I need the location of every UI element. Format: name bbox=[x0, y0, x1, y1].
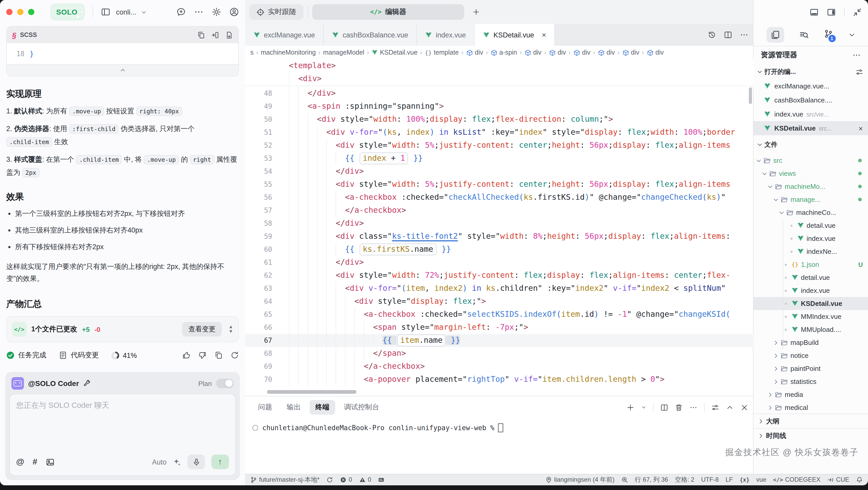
search-icon[interactable] bbox=[799, 30, 808, 39]
code-line-67[interactable]: 67{{ item.name }} bbox=[245, 334, 753, 347]
breadcrumb-item[interactable]: div bbox=[573, 49, 590, 56]
sparkle-icon[interactable] bbox=[173, 458, 181, 466]
tree-item-medical[interactable]: medical bbox=[753, 401, 868, 414]
tree-item-notice[interactable]: notice bbox=[753, 349, 868, 362]
breadcrumb-item[interactable]: manageModel bbox=[323, 49, 364, 56]
copy-code-icon[interactable] bbox=[197, 31, 205, 39]
tree-item-index.vue[interactable]: index.vue bbox=[753, 284, 868, 297]
tree-item-index.vue[interactable]: index.vue bbox=[753, 232, 868, 245]
status-item[interactable]: {x} bbox=[740, 477, 750, 483]
breadcrumb-item[interactable]: KSDetail.vue bbox=[372, 49, 417, 56]
model-auto-label[interactable]: Auto bbox=[152, 458, 166, 466]
tree-item-indexNe...[interactable]: indexNe... bbox=[753, 245, 868, 258]
code-line-63[interactable]: 63<div v-for="(item, index2) in ks.child… bbox=[245, 282, 753, 295]
code-line[interactable]: <template> bbox=[245, 59, 753, 72]
code-line-49[interactable]: 49<a-spin :spinning="spanning"> bbox=[245, 100, 753, 113]
code-line-57[interactable]: 57</a-checkbox> bbox=[245, 204, 753, 217]
outline-section[interactable]: 大纲 bbox=[753, 414, 868, 429]
new-terminal-icon[interactable] bbox=[626, 403, 634, 411]
file-tab-exclManage.vue[interactable]: exclManage.vue bbox=[245, 24, 324, 46]
code-line-65[interactable]: 65<a-checkbox :checked="selectKSIDS.inde… bbox=[245, 308, 753, 321]
timeline-section[interactable]: 时间线 bbox=[753, 428, 868, 443]
toggle-bottom-panel-icon[interactable] bbox=[810, 7, 818, 17]
breadcrumb-item[interactable]: div bbox=[598, 49, 615, 56]
tree-item-views[interactable]: views bbox=[753, 167, 868, 180]
window-zoom-button[interactable] bbox=[28, 9, 34, 15]
tree-item-machineMo...[interactable]: machineMo... bbox=[753, 180, 868, 193]
insert-code-icon[interactable] bbox=[211, 31, 219, 39]
tree-item-MMIndex.vue[interactable]: MMIndex.vue bbox=[753, 310, 868, 323]
status-item-LF[interactable]: LF bbox=[726, 476, 733, 483]
vertical-scrollbar[interactable] bbox=[749, 87, 752, 104]
open-editors-filter-icon[interactable] bbox=[856, 68, 863, 76]
tree-item-1.json[interactable]: {}1.jsonU bbox=[753, 258, 868, 271]
explorer-more-icon[interactable] bbox=[852, 51, 861, 59]
code-line-56[interactable]: 56<a-checkbox :checked="checkAllChecked(… bbox=[245, 191, 753, 204]
mention-icon[interactable]: @ bbox=[16, 457, 24, 466]
status-item[interactable] bbox=[856, 476, 863, 483]
tree-item-paintPoint[interactable]: paintPoint bbox=[753, 362, 868, 375]
code-line-60[interactable]: 60{{ ks.firstKS.name }} bbox=[245, 243, 753, 256]
code-line-50[interactable]: 50<div style="width: 100%;display: flex;… bbox=[245, 113, 753, 126]
toggle-right-panel-icon[interactable] bbox=[827, 7, 836, 17]
code-line-59[interactable]: 59<div class="ks-title-font2" style="wid… bbox=[245, 230, 753, 243]
breadcrumb-item[interactable]: {}template bbox=[425, 49, 459, 56]
code-line-70[interactable]: 70<a-popover placement="rightTop" v-if="… bbox=[245, 373, 753, 386]
source-control-tab[interactable]: 1 bbox=[824, 29, 833, 40]
breadcrumb-item[interactable]: div bbox=[524, 49, 541, 56]
terminal-dropdown-icon[interactable] bbox=[641, 405, 646, 410]
context-hash-icon[interactable]: # bbox=[33, 457, 37, 466]
status-item-CUE[interactable]: CUE bbox=[827, 476, 849, 483]
open-editor-KSDetail.vue[interactable]: KSDetail.vuesrc...× bbox=[753, 121, 868, 135]
status-item-空格: 2[interactable]: 空格: 2 bbox=[675, 475, 694, 484]
expand-collapse-icon[interactable]: ▲▼ bbox=[228, 325, 233, 334]
files-section-header[interactable]: 文件 bbox=[753, 135, 868, 154]
workspace-chevron-down-icon[interactable] bbox=[141, 9, 147, 15]
code-change-label[interactable]: 代码变更 bbox=[71, 351, 99, 360]
status-item-future/master-sj-本地*[interactable]: future/master-sj-本地* bbox=[250, 475, 319, 484]
panel-tab-问题[interactable]: 问题 bbox=[252, 400, 278, 415]
code-line-64[interactable]: 64<div style="display: flex;"> bbox=[245, 295, 753, 308]
add-view-tab-button[interactable] bbox=[468, 4, 484, 20]
tree-item-mapBuild[interactable]: mapBuild bbox=[753, 336, 868, 349]
breadcrumb-item[interactable]: machineMonitoring bbox=[261, 49, 316, 56]
close-panel-icon[interactable] bbox=[741, 403, 748, 411]
code-line-53[interactable]: 53{{ index + 1 }} bbox=[245, 152, 753, 165]
code-line-69[interactable]: 69</a-checkbox> bbox=[245, 360, 753, 373]
more-options-icon[interactable] bbox=[194, 7, 204, 17]
window-minimize-button[interactable] bbox=[17, 9, 23, 15]
breadcrumb-item[interactable]: div bbox=[549, 49, 566, 56]
plan-toggle[interactable] bbox=[216, 379, 234, 388]
panel-tab-输出[interactable]: 输出 bbox=[281, 400, 307, 415]
open-editors-header[interactable]: 打开的编... bbox=[753, 65, 868, 79]
agent-name[interactable]: @SOLO Coder bbox=[28, 379, 79, 388]
panel-tab-调试控制台[interactable]: 调试控制台 bbox=[338, 400, 385, 415]
breadcrumb-item[interactable]: a-spin bbox=[491, 49, 517, 56]
breadcrumb-item[interactable]: div bbox=[466, 49, 483, 56]
tree-item-statistics[interactable]: statistics bbox=[753, 375, 868, 388]
window-close-button[interactable] bbox=[6, 9, 12, 15]
code-line-68[interactable]: 68</span> bbox=[245, 347, 753, 360]
send-button[interactable]: ↑ bbox=[211, 455, 229, 469]
tree-item-KSDetail.vue[interactable]: KSDetail.vue bbox=[753, 297, 868, 310]
status-item-liangmingsen (4 年前)[interactable]: liangmingsen (4 年前) bbox=[545, 475, 615, 484]
layout-panel-icon[interactable] bbox=[101, 7, 110, 17]
file-tab-index.vue[interactable]: index.vue bbox=[417, 24, 475, 46]
code-change-icon[interactable] bbox=[59, 351, 67, 360]
code-line-54[interactable]: 54</div> bbox=[245, 165, 753, 178]
close-editor-icon[interactable]: × bbox=[859, 124, 863, 132]
new-file-icon[interactable] bbox=[225, 31, 233, 39]
breadcrumb-item[interactable]: div bbox=[622, 49, 639, 56]
thumbs-down-icon[interactable] bbox=[198, 351, 207, 360]
panel-tab-终端[interactable]: 终端 bbox=[310, 400, 335, 415]
tab-editor[interactable]: </> 编辑器 bbox=[312, 4, 464, 20]
status-item-UTF-8[interactable]: UTF-8 bbox=[701, 476, 719, 483]
tree-item-detail.vue[interactable]: detail.vue bbox=[753, 219, 868, 232]
account-avatar-icon[interactable] bbox=[229, 7, 239, 17]
split-editor-icon[interactable] bbox=[724, 31, 732, 39]
mic-button[interactable] bbox=[187, 455, 205, 469]
file-tab-cashBoxBalance.vue[interactable]: cashBoxBalance.vue bbox=[324, 24, 417, 46]
tree-item-machineCo...[interactable]: machineCo... bbox=[753, 206, 868, 219]
status-item-0[interactable]: 0 bbox=[359, 476, 371, 483]
tree-item-media[interactable]: media bbox=[753, 388, 868, 401]
